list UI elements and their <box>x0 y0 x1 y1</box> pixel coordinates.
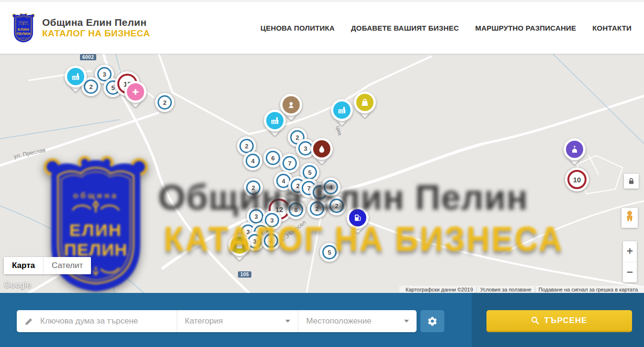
chevron-down-icon <box>404 320 409 323</box>
factory-icon <box>333 101 350 119</box>
road-number-label: 6002 <box>80 54 96 60</box>
cluster-count: 5 <box>303 165 317 179</box>
cluster-count: 3 <box>249 209 263 224</box>
cluster-count: 2 <box>329 199 344 213</box>
search-button-label: ТЪРСЕНЕ <box>544 316 587 325</box>
cluster-marker[interactable]: 4 <box>321 178 340 197</box>
map-type-control: Карта Сателит <box>4 257 91 274</box>
zoom-in-button[interactable]: + <box>623 241 637 261</box>
cluster-count: 8 <box>289 202 303 217</box>
cluster-marker[interactable]: 2 <box>244 178 263 197</box>
category-pin[interactable] <box>124 81 147 103</box>
category-pin[interactable] <box>280 94 302 116</box>
cluster-marker[interactable]: 8 <box>286 200 305 219</box>
cluster-count: 6 <box>266 151 280 165</box>
map-attribution: Картографски данни ©2019 Условия за полз… <box>399 286 644 293</box>
terms-link[interactable]: Условия за ползване <box>476 287 535 292</box>
search-fields-group: Категория Местоположение <box>17 310 417 332</box>
google-logo[interactable]: Google <box>4 280 32 290</box>
header: община ЕЛИН ПЕЛИН Община Елин Пелин КАТА… <box>0 0 644 54</box>
nav-item[interactable]: ДОБАВЕТЕ ВАШИЯТ БИЗНЕС <box>351 24 459 32</box>
worker-icon <box>282 96 300 113</box>
pegman-button[interactable] <box>621 208 638 228</box>
category-dropdown[interactable]: Категория <box>177 310 298 332</box>
cluster-marker[interactable]: 4 <box>261 231 281 250</box>
church-icon <box>566 141 583 158</box>
cluster-marker[interactable]: 7 <box>280 154 299 173</box>
cluster-count: 5 <box>322 245 337 259</box>
nav-item[interactable]: МАРШРУТНО РАЗПИСАНИЕ <box>475 24 576 32</box>
site-logo[interactable]: община ЕЛИН ПЕЛИН Община Елин Пелин КАТА… <box>11 12 150 44</box>
keyword-field[interactable] <box>17 310 177 332</box>
category-pin[interactable] <box>65 66 87 88</box>
fuel-icon <box>349 209 366 226</box>
cluster-count: 7 <box>282 156 297 170</box>
bag-icon <box>231 236 248 254</box>
site-subtitle: КАТАЛОГ НА БИЗНЕСА <box>42 28 150 39</box>
category-pin[interactable] <box>331 99 353 121</box>
map-type-satellite-button[interactable]: Сателит <box>43 257 91 274</box>
search-icon <box>531 316 539 325</box>
cluster-marker[interactable]: 5 <box>320 243 339 262</box>
search-bar: Категория Местоположение ТЪРСЕНЕ <box>0 293 644 347</box>
cluster-marker[interactable]: 10 <box>565 168 589 191</box>
fullscreen-lock-button[interactable] <box>624 174 639 189</box>
attribution-copyright: Картографски данни ©2019 <box>402 287 476 292</box>
nav-item[interactable]: ЦЕНОВА ПОЛИТИКА <box>260 24 335 32</box>
cluster-marker[interactable]: 2 <box>327 196 346 215</box>
search-button[interactable]: ТЪРСЕНЕ <box>486 310 632 332</box>
main-nav: ЦЕНОВА ПОЛИТИКАДОБАВЕТЕ ВАШИЯТ БИЗНЕСМАР… <box>260 24 632 32</box>
nav-item[interactable]: КОНТАКТИ <box>592 24 632 32</box>
gear-icon <box>428 316 437 326</box>
lock-icon <box>627 177 635 185</box>
chevron-down-icon <box>285 320 290 323</box>
svg-text:община: община <box>19 21 28 23</box>
cluster-count: 4 <box>264 234 278 248</box>
cross-icon <box>127 83 144 101</box>
svg-text:ПЕЛИН: ПЕЛИН <box>17 32 31 36</box>
municipality-shield-icon: община ЕЛИН ПЕЛИН <box>11 12 35 44</box>
location-placeholder: Местоположение <box>306 316 371 326</box>
zoom-control: + − <box>623 241 637 282</box>
category-pin[interactable] <box>228 234 250 256</box>
category-pin[interactable] <box>354 91 376 113</box>
location-dropdown[interactable]: Местоположение <box>298 310 417 332</box>
category-pin[interactable] <box>311 138 333 160</box>
bag-icon <box>356 94 373 111</box>
cluster-count: 4 <box>246 154 260 168</box>
google-map[interactable]: 6002105ул. Преславбул. „Новоселция 32512… <box>0 52 644 293</box>
cluster-count: 10 <box>567 170 587 189</box>
svg-text:ЕЛИН: ЕЛИН <box>18 27 29 32</box>
category-pin[interactable] <box>564 138 586 160</box>
advanced-settings-button[interactable] <box>420 310 444 332</box>
pencil-icon <box>25 317 33 325</box>
category-placeholder: Категория <box>185 316 223 326</box>
keyword-input[interactable] <box>39 316 177 326</box>
page: община ЕЛИН ПЕЛИН Община Елин Пелин КАТА… <box>0 0 644 347</box>
factory-icon <box>67 68 84 85</box>
cluster-count: 2 <box>310 201 324 216</box>
cluster-marker[interactable]: 2 <box>155 93 174 112</box>
cluster-marker[interactable]: 4 <box>243 151 262 170</box>
cluster-marker[interactable]: 6 <box>263 148 282 168</box>
category-pin[interactable] <box>347 207 369 229</box>
cluster-marker[interactable]: 2 <box>307 199 327 218</box>
pegman-icon <box>625 211 634 225</box>
road-number-label: 105 <box>238 271 251 278</box>
cluster-count: 2 <box>246 180 260 195</box>
droplet-icon <box>313 140 330 157</box>
site-title: Община Елин Пелин <box>42 17 150 28</box>
zoom-out-button[interactable]: − <box>623 262 637 282</box>
map-type-map-button[interactable]: Карта <box>4 257 43 274</box>
report-error-link[interactable]: Подаване на сигнал за грешка в картата <box>535 287 641 292</box>
cluster-count: 4 <box>324 180 338 194</box>
cluster-count: 2 <box>158 95 172 110</box>
